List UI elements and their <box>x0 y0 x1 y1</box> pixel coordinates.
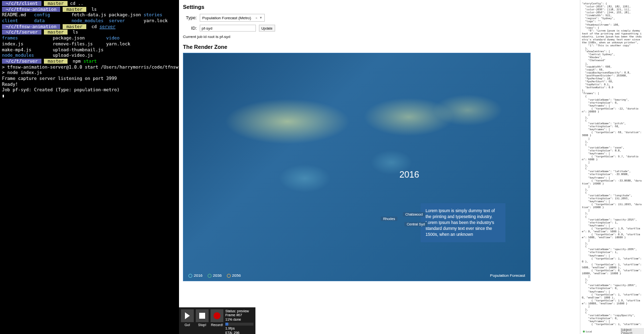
progress-bar-track <box>225 323 253 326</box>
legend-year: 2016 <box>194 273 203 278</box>
legend: 201620362056 <box>188 273 241 278</box>
copy-box: Lorem Ipsum is simply dummy text of the … <box>421 203 505 242</box>
map-pin: Rhodes <box>381 217 397 221</box>
fps-line: 1.9fps <box>225 327 253 331</box>
settings-panel: Settings Type: Population Forecast (Metr… <box>179 0 580 285</box>
done-line: 11% done <box>225 318 253 322</box>
legend-circle-icon <box>227 274 231 278</box>
play-icon <box>185 312 190 319</box>
map-terrain <box>183 53 530 281</box>
stop-label: Stop! <box>198 323 206 327</box>
status-line: Status: preview <box>225 309 253 313</box>
legend-item: 2056 <box>227 273 241 278</box>
record-button[interactable] <box>211 309 223 322</box>
legend-circle-icon <box>188 274 192 278</box>
legend-year: 2056 <box>232 273 241 278</box>
map-pin: Chatswood <box>403 212 425 217</box>
render-zone: 2016 Lorem Ipsum is simply dummy text of… <box>183 53 531 281</box>
play-button[interactable] <box>181 309 194 322</box>
terminal-panel: ~/c/t/client master cd .. ~/c/tfnsw-anim… <box>0 0 179 334</box>
type-select[interactable]: Population Forecast (Metro) × ▼ <box>200 14 265 22</box>
type-value: Population Forecast (Metro) <box>202 16 251 20</box>
update-button[interactable]: Update <box>259 25 275 32</box>
json-panel[interactable]: "storyConfig": { "color-2016": [82, 182,… <box>580 0 644 334</box>
stop-button[interactable] <box>196 309 209 322</box>
job-info: Current job id root is pf-syd <box>183 35 576 39</box>
clear-icon[interactable]: × <box>255 16 257 20</box>
progress-bar-fill <box>225 323 228 326</box>
settings-heading: Settings <box>183 4 576 10</box>
map-pin: Central Syd <box>404 222 428 226</box>
record-icon <box>214 312 220 319</box>
stop-icon <box>199 313 205 319</box>
eta-line: ETA: 296 <box>225 331 253 334</box>
legend-item: 2016 <box>188 273 203 278</box>
forecast-label: Population Forecast <box>490 273 525 278</box>
legend-circle-icon <box>208 274 212 278</box>
id-label: ID: <box>183 26 197 31</box>
legend-year: 2036 <box>213 273 222 278</box>
year-label: 2016 <box>399 170 419 180</box>
id-input[interactable] <box>200 25 256 32</box>
local-tag: local <box>583 330 592 333</box>
playback-controls: Go! Stop! Record! Status: preview Frame … <box>179 307 255 334</box>
type-label: Type: <box>183 15 197 20</box>
frame-line: Frame #67 <box>225 313 253 317</box>
go-label: Go! <box>184 323 190 327</box>
record-label: Record! <box>211 323 223 327</box>
legend-item: 2036 <box>208 273 222 278</box>
footer-object: [object Object] <box>620 328 644 334</box>
status-block: Status: preview Frame #67 11% done 1.9fp… <box>225 309 253 332</box>
render-zone-heading: The Render Zone <box>183 44 576 50</box>
chevron-down-icon: ▼ <box>259 16 262 19</box>
